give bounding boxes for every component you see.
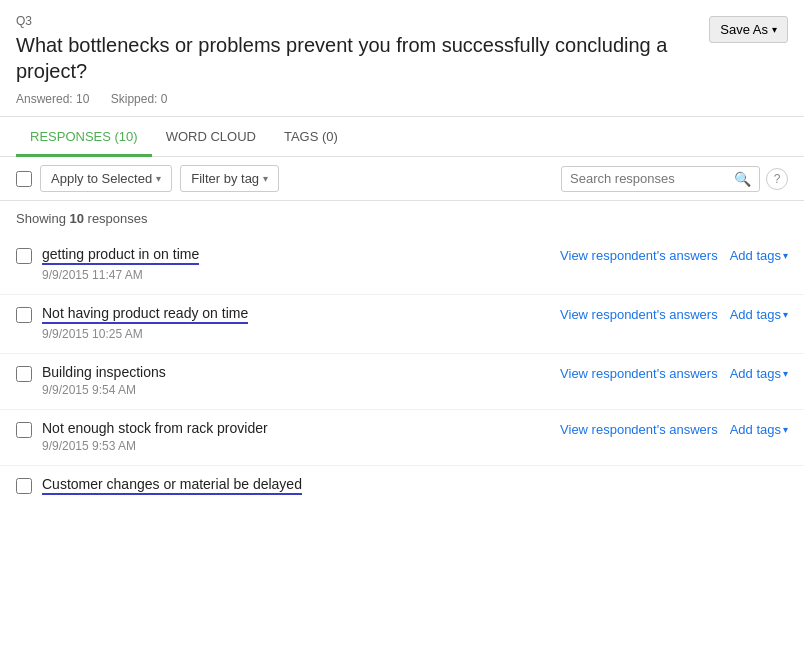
response-item: Not enough stock from rack provider 9/9/… bbox=[0, 410, 804, 466]
search-box: 🔍 bbox=[561, 166, 760, 192]
select-all-checkbox[interactable] bbox=[16, 171, 32, 187]
save-as-label: Save As bbox=[720, 22, 768, 37]
add-tags-chevron-icon: ▾ bbox=[783, 250, 788, 261]
save-as-chevron-icon: ▾ bbox=[772, 24, 777, 35]
response-item: Building inspections 9/9/2015 9:54 AM Vi… bbox=[0, 354, 804, 410]
question-title: What bottlenecks or problems prevent you… bbox=[16, 32, 788, 84]
view-respondent-link[interactable]: View respondent's answers bbox=[560, 366, 718, 381]
response-text: Customer changes or material be delayed bbox=[42, 476, 302, 495]
add-tags-button[interactable]: Add tags ▾ bbox=[730, 366, 788, 381]
filter-by-tag-button[interactable]: Filter by tag ▾ bbox=[180, 165, 279, 192]
response-date: 9/9/2015 9:54 AM bbox=[42, 383, 550, 397]
add-tags-button[interactable]: Add tags ▾ bbox=[730, 422, 788, 437]
view-respondent-link[interactable]: View respondent's answers bbox=[560, 248, 718, 263]
response-checkbox[interactable] bbox=[16, 248, 32, 264]
response-item: Customer changes or material be delayed bbox=[0, 466, 804, 510]
response-date: 9/9/2015 11:47 AM bbox=[42, 268, 550, 282]
filter-label: Filter by tag bbox=[191, 171, 259, 186]
view-respondent-link[interactable]: View respondent's answers bbox=[560, 307, 718, 322]
tab-responses[interactable]: RESPONSES (10) bbox=[16, 117, 152, 157]
tab-tags[interactable]: TAGS (0) bbox=[270, 117, 352, 157]
add-tags-button[interactable]: Add tags ▾ bbox=[730, 248, 788, 263]
response-checkbox[interactable] bbox=[16, 478, 32, 494]
page-header: Save As ▾ Q3 What bottlenecks or problem… bbox=[0, 0, 804, 117]
tab-wordcloud[interactable]: WORD CLOUD bbox=[152, 117, 270, 157]
view-respondent-link[interactable]: View respondent's answers bbox=[560, 422, 718, 437]
question-label: Q3 bbox=[16, 14, 788, 28]
response-date: 9/9/2015 9:53 AM bbox=[42, 439, 550, 453]
response-content: getting product in on time 9/9/2015 11:4… bbox=[42, 246, 550, 282]
response-list: getting product in on time 9/9/2015 11:4… bbox=[0, 236, 804, 510]
response-text: Not having product ready on time bbox=[42, 305, 248, 324]
response-checkbox[interactable] bbox=[16, 422, 32, 438]
response-checkbox[interactable] bbox=[16, 366, 32, 382]
response-content: Customer changes or material be delayed bbox=[42, 476, 788, 498]
search-icon: 🔍 bbox=[734, 171, 751, 187]
response-item: getting product in on time 9/9/2015 11:4… bbox=[0, 236, 804, 295]
toolbar: Apply to Selected ▾ Filter by tag ▾ 🔍 ? bbox=[0, 157, 804, 201]
question-stats: Answered: 10 Skipped: 0 bbox=[16, 92, 788, 106]
item-actions: View respondent's answers Add tags ▾ bbox=[560, 307, 788, 322]
filter-chevron-icon: ▾ bbox=[263, 173, 268, 184]
response-date: 9/9/2015 10:25 AM bbox=[42, 327, 550, 341]
response-checkbox[interactable] bbox=[16, 307, 32, 323]
showing-count: Showing 10 responses bbox=[0, 201, 804, 236]
answered-stat: Answered: 10 bbox=[16, 92, 89, 106]
toolbar-left: Apply to Selected ▾ Filter by tag ▾ bbox=[16, 165, 553, 192]
tab-bar: RESPONSES (10) WORD CLOUD TAGS (0) bbox=[0, 117, 804, 157]
response-text: Not enough stock from rack provider bbox=[42, 420, 268, 436]
apply-chevron-icon: ▾ bbox=[156, 173, 161, 184]
add-tags-chevron-icon: ▾ bbox=[783, 368, 788, 379]
toolbar-right: 🔍 ? bbox=[561, 166, 788, 192]
apply-label: Apply to Selected bbox=[51, 171, 152, 186]
add-tags-button[interactable]: Add tags ▾ bbox=[730, 307, 788, 322]
response-content: Not enough stock from rack provider 9/9/… bbox=[42, 420, 550, 453]
add-tags-chevron-icon: ▾ bbox=[783, 424, 788, 435]
response-content: Building inspections 9/9/2015 9:54 AM bbox=[42, 364, 550, 397]
response-text: getting product in on time bbox=[42, 246, 199, 265]
save-as-button[interactable]: Save As ▾ bbox=[709, 16, 788, 43]
item-actions: View respondent's answers Add tags ▾ bbox=[560, 422, 788, 437]
help-button[interactable]: ? bbox=[766, 168, 788, 190]
item-actions: View respondent's answers Add tags ▾ bbox=[560, 366, 788, 381]
response-text: Building inspections bbox=[42, 364, 166, 380]
item-actions: View respondent's answers Add tags ▾ bbox=[560, 248, 788, 263]
skipped-stat: Skipped: 0 bbox=[111, 92, 168, 106]
apply-to-selected-button[interactable]: Apply to Selected ▾ bbox=[40, 165, 172, 192]
response-item: Not having product ready on time 9/9/201… bbox=[0, 295, 804, 354]
response-content: Not having product ready on time 9/9/201… bbox=[42, 305, 550, 341]
add-tags-chevron-icon: ▾ bbox=[783, 309, 788, 320]
search-input[interactable] bbox=[570, 171, 730, 186]
